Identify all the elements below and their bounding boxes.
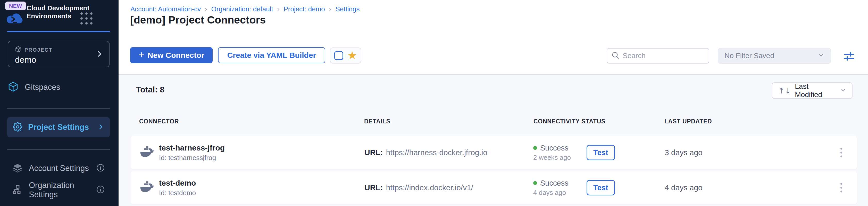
connector-details: URL:https://index.docker.io/v1/ [364,183,473,192]
favorites-filter-group: ★ [330,48,361,63]
status-time: 2 weeks ago [533,154,571,162]
url-value: https://index.docker.io/v1/ [386,183,473,192]
sidebar-item-label: Project Settings [28,123,92,132]
project-selector-value: demo [15,55,109,65]
url-label: URL: [364,148,383,157]
gear-icon [13,122,23,133]
search-box [607,48,709,63]
chevron-right-icon [97,123,104,131]
connector-row[interactable]: test-demo Id: testdemo URL:https://index… [130,171,857,204]
create-via-yaml-builder-button[interactable]: Create via YAML Builder [218,47,325,63]
breadcrumb-organization[interactable]: Organization: default [211,5,273,13]
sidebar-item-organization-settings[interactable]: Organization Settings [7,182,110,198]
connector-name: test-demo [159,179,196,187]
new-badge: NEW [5,2,26,10]
filter-sliders-icon[interactable] [843,50,855,63]
main-content: Account: Automation-cv › Organization: d… [119,0,868,206]
new-connector-label: New Connector [148,51,205,60]
status-success-dot [533,146,537,150]
saved-filter-value: No Filter Saved [724,52,774,60]
sidebar-item-account-settings[interactable]: Account Settings [7,160,110,177]
column-header-details: DETAILS [364,118,391,125]
search-icon [611,51,620,60]
docker-icon [140,146,156,159]
status-text: Success [540,144,568,152]
test-button[interactable]: Test [587,180,615,196]
breadcrumb-separator: › [277,5,280,13]
project-cube-icon [15,46,22,54]
search-input[interactable] [623,52,700,60]
breadcrumb: Account: Automation-cv › Organization: d… [130,5,360,13]
breadcrumb-project[interactable]: Project: demo [283,5,325,13]
url-label: URL: [364,183,383,192]
connector-name-block: test-harness-jfrog Id: testharnessjfrog [159,144,225,162]
column-header-connector: CONNECTOR [139,118,179,125]
column-header-last-updated: LAST UPDATED [664,118,712,125]
row-menu-kebab-icon[interactable] [838,145,845,160]
layers-gear-icon [12,163,23,174]
connector-details: URL:https://harness-docker.jfrog.io [364,148,487,157]
breadcrumb-settings[interactable]: Settings [336,5,360,13]
sidebar-item-project-settings[interactable]: Project Settings [7,117,110,137]
connectors-list: Total: 8 ↑↓ Last Modified CONNECTOR DETA… [119,75,868,206]
sort-arrows-icon: ↑↓ [778,86,791,95]
last-updated: 3 days ago [665,148,703,157]
sort-value: Last Modified [795,82,836,99]
star-icon[interactable]: ★ [347,50,357,61]
docker-icon [140,181,156,195]
sidebar-accent-divider [7,31,110,32]
project-selector[interactable]: PROJECT demo [8,41,110,68]
new-connector-button[interactable]: + New Connector [130,47,213,63]
info-icon[interactable] [96,185,105,195]
sidebar-item-label: Gitspaces [25,83,60,92]
sort-dropdown[interactable]: ↑↓ Last Modified [772,82,852,99]
favorites-checkbox[interactable] [334,51,343,60]
chevron-right-icon [96,50,103,59]
test-button[interactable]: Test [587,145,615,160]
row-menu-kebab-icon[interactable] [838,180,845,195]
connectivity-status: Success 4 days ago [533,179,568,197]
status-time: 4 days ago [533,189,568,197]
connector-id: Id: testdemo [159,189,196,197]
column-header-connectivity-status: CONNECTIVITY STATUS [533,118,606,125]
status-text: Success [540,179,568,187]
sidebar-item-gitspaces[interactable]: Gitspaces [8,80,110,94]
connector-id: Id: testharnessjfrog [159,154,225,162]
breadcrumb-separator: › [205,5,207,13]
sidebar-divider [7,149,110,150]
total-count: Total: 8 [136,85,164,95]
page-title: [demo] Project Connectors [130,14,266,26]
info-icon[interactable] [96,164,105,173]
connector-row[interactable]: test-harness-jfrog Id: testharnessjfrog … [130,136,857,169]
connectors-page: NEW Cloud Development Environments PROJE… [0,0,868,206]
breadcrumb-separator: › [329,5,332,13]
breadcrumb-account[interactable]: Account: Automation-cv [130,5,201,13]
saved-filter-select[interactable]: No Filter Saved [718,48,831,63]
sidebar: NEW Cloud Development Environments PROJE… [0,0,119,206]
status-success-dot [533,181,537,185]
connectivity-status: Success 2 weeks ago [533,144,571,162]
connector-name: test-harness-jfrog [159,144,225,152]
last-updated: 4 days ago [665,183,703,192]
sidebar-item-label: Account Settings [29,164,90,173]
sidebar-item-label: Organization Settings [29,181,90,199]
gitspaces-cube-icon [8,81,19,93]
url-value: https://harness-docker.jfrog.io [386,148,488,157]
sidebar-divider [7,108,110,109]
project-selector-label: PROJECT [25,47,52,53]
plus-icon: + [138,49,144,60]
cloud-dev-env-logo-icon [5,11,24,27]
org-hierarchy-gear-icon [12,184,23,196]
chevron-down-icon [840,87,846,94]
chevron-down-icon [818,52,825,60]
module-grid-icon[interactable] [81,12,93,25]
connector-name-block: test-demo Id: testdemo [159,179,196,197]
